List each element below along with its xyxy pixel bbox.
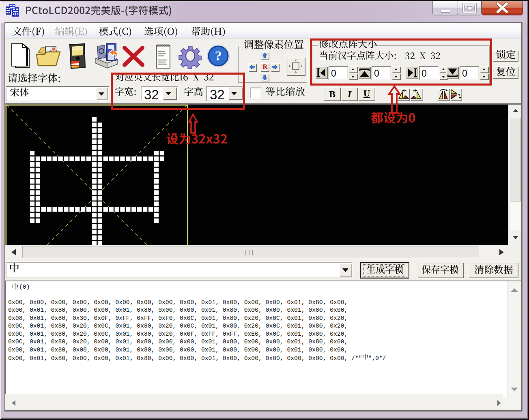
svg-text:?: ? — [215, 48, 222, 63]
